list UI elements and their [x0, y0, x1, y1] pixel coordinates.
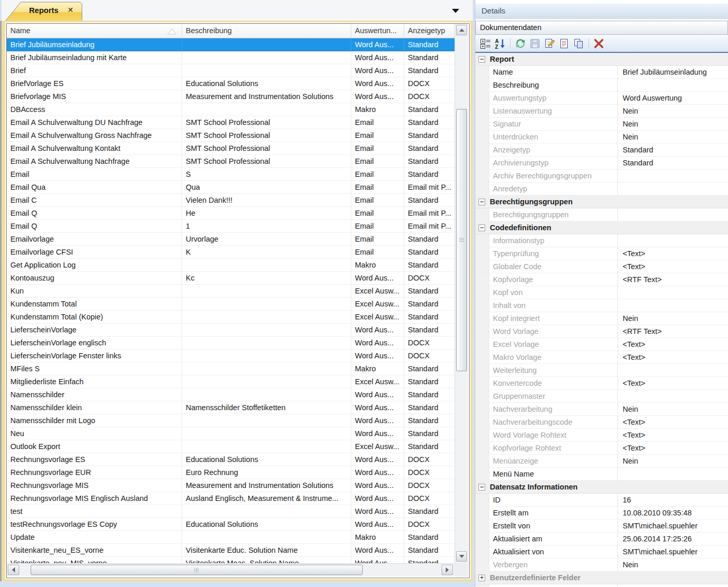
property-row[interactable]: Konvertercode<Text>	[475, 377, 728, 390]
table-row[interactable]: Email A Schulverwaltung KontaktSMT Schoo…	[7, 142, 455, 155]
property-row[interactable]: ArchivierungstypStandard	[475, 157, 728, 170]
property-value[interactable]: 16	[618, 494, 728, 506]
property-row[interactable]: Kopfvorlage Rohtext<Text>	[475, 442, 728, 455]
property-row[interactable]: ListenauswertungNein	[475, 105, 728, 118]
table-row[interactable]: Rechnungsvorlage MISMeasurement and Inst…	[7, 479, 455, 492]
table-row[interactable]: Email CVielen Dank!!!EmailStandard	[7, 194, 455, 207]
categorized-view-button[interactable]	[478, 37, 493, 50]
property-value[interactable]	[618, 79, 728, 91]
table-row[interactable]: Namensschilder kleinNamensschilder Stoff…	[7, 401, 455, 414]
property-row[interactable]: Informationstyp	[475, 234, 728, 247]
property-value[interactable]: Standard	[618, 144, 728, 156]
property-value[interactable]	[618, 286, 728, 299]
property-row[interactable]: VerbergenNein	[475, 558, 728, 571]
table-row[interactable]: EmailvorlageUrvorlageEmailStandard	[7, 233, 455, 246]
property-row[interactable]: Menü Name	[475, 468, 728, 481]
scroll-left-button[interactable]	[8, 565, 19, 575]
table-row[interactable]: Rechnungsvorlage MIS Englisch AuslandAus…	[7, 492, 455, 505]
property-value[interactable]: Nein	[618, 455, 728, 467]
table-row[interactable]: Email QHeEmailEmail mit P...	[7, 207, 455, 220]
table-row[interactable]: Email QuaQuaEmailEmail mit P...	[7, 181, 455, 194]
save-button[interactable]	[528, 37, 542, 50]
property-value[interactable]: <RTF Text>	[618, 273, 728, 286]
property-value[interactable]	[618, 170, 728, 182]
property-row[interactable]: Excel Vorlage<Text>	[475, 338, 728, 351]
property-row[interactable]: Inhalt von	[475, 299, 728, 312]
column-header-beschreibung[interactable]: Beschreibung	[182, 24, 351, 38]
property-row[interactable]: Archiv Berechtigungsgruppen	[475, 170, 728, 183]
dokumentendaten-header[interactable]: Dokumentendaten	[475, 21, 728, 35]
copy-button[interactable]	[571, 37, 586, 50]
property-row[interactable]: Erstellt vonSMT\michael.spuehler	[475, 520, 728, 533]
table-row[interactable]: UpdateMakroStandard	[7, 531, 455, 544]
table-row[interactable]: LieferscheinVorlageWord Aus...Standard	[7, 324, 455, 337]
scroll-up-button[interactable]	[456, 25, 467, 35]
property-value[interactable]: <Text>	[618, 260, 728, 273]
property-value[interactable]: <Text>	[618, 247, 728, 260]
property-value[interactable]: 10.08.2010 09:35:48	[618, 507, 728, 519]
collapse-icon[interactable]: −	[478, 199, 485, 205]
property-value[interactable]: <Text>	[618, 377, 728, 389]
property-row[interactable]: Aktualisiert vonSMT\michael.spuehler	[475, 546, 728, 558]
property-row[interactable]: Erstellt am10.08.2010 09:35:48	[475, 507, 728, 520]
document-button[interactable]	[557, 37, 571, 50]
table-row[interactable]: Visitenkarte_neu_MIS_vorneVisitenkarte M…	[7, 557, 455, 563]
edit-button[interactable]	[542, 37, 557, 50]
table-row[interactable]: NamensschilderWord Aus...Standard	[7, 388, 455, 401]
table-row[interactable]: Email A Schulverwaltung NachfrageSMT Sch…	[7, 155, 455, 168]
property-row[interactable]: Typenprüfung<Text>	[475, 247, 728, 260]
column-header-name[interactable]: Name	[7, 24, 182, 38]
property-row[interactable]: Berechtigungsgruppen	[475, 208, 728, 221]
property-value[interactable]: Brief Jubiläumseinladung	[618, 66, 728, 78]
collapse-icon[interactable]: −	[478, 225, 485, 231]
property-value[interactable]: <Text>	[618, 351, 728, 364]
property-value[interactable]: Standard	[618, 157, 728, 169]
property-row[interactable]: UnterdrückenNein	[475, 131, 728, 144]
tab-reports[interactable]: Reports ✕	[4, 2, 83, 21]
property-row[interactable]: Weiterleitung	[475, 364, 728, 377]
table-row[interactable]: MFiles SMakroStandard	[7, 362, 455, 375]
column-header-anzeigetyp[interactable]: Anzeigetyp	[404, 24, 455, 38]
table-row[interactable]: Outlook ExportExcel Ausw...Standard	[7, 440, 455, 453]
property-value[interactable]: Nein	[618, 312, 728, 325]
property-value[interactable]: <Text>	[618, 442, 728, 454]
refresh-button[interactable]	[513, 37, 528, 50]
property-value[interactable]: 25.06.2014 17:25:26	[618, 533, 728, 545]
table-row[interactable]: testRechnungsvorlage ES CopyEducational …	[7, 518, 455, 531]
property-value[interactable]: <Text>	[618, 429, 728, 441]
property-value[interactable]	[618, 390, 728, 402]
horizontal-scrollbar[interactable]	[7, 563, 455, 577]
property-row[interactable]: ID16	[475, 494, 728, 507]
table-row[interactable]: Briefvorlage MISMeasurement and Instrume…	[7, 90, 455, 103]
collapse-icon[interactable]: −	[478, 56, 485, 63]
table-row[interactable]: Email Q1EmailEmail mit P...	[7, 220, 455, 233]
table-row[interactable]: LieferscheinVorlage englischWord Aus...D…	[7, 337, 455, 350]
table-row[interactable]: BriefWord Aus...Standard	[7, 64, 455, 77]
property-row[interactable]: Aktualisiert am25.06.2014 17:25:26	[475, 533, 728, 546]
expand-icon[interactable]: +	[478, 575, 485, 581]
sort-alphabetical-button[interactable]: A Z	[493, 37, 507, 50]
table-row[interactable]: Mitgliederliste EinfachExcel Ausw...Stan…	[7, 375, 455, 388]
property-row[interactable]: Kopf integriertNein	[475, 312, 728, 325]
property-value[interactable]: Word Auswertung	[618, 92, 728, 104]
property-row[interactable]: Gruppenmaster	[475, 390, 728, 403]
property-value[interactable]: <RTF Text>	[618, 325, 728, 338]
property-row[interactable]: NachverarbeitungNein	[475, 403, 728, 416]
property-row[interactable]: Makro Vorlage<Text>	[475, 351, 728, 364]
property-row[interactable]: SignaturNein	[475, 118, 728, 131]
table-row[interactable]: EmailSEmailStandard	[7, 168, 455, 181]
table-row[interactable]: Email A Schulverwaltung DU NachfrageSMT …	[7, 116, 455, 129]
section-header[interactable]: −Codedefinitionen	[475, 221, 728, 234]
delete-button[interactable]	[592, 37, 606, 50]
property-value[interactable]: Nein	[618, 105, 728, 117]
property-value[interactable]	[618, 364, 728, 376]
property-row[interactable]: AnzeigetypStandard	[475, 144, 728, 157]
table-row[interactable]: Email A Schulverwaltung Gross NachfrageS…	[7, 129, 455, 142]
property-row[interactable]: Word Vorlage<RTF Text>	[475, 325, 728, 338]
table-row[interactable]: Get Application LogMakroStandard	[7, 259, 455, 272]
vertical-scrollbar[interactable]	[455, 24, 468, 563]
property-value[interactable]	[618, 208, 728, 221]
table-row[interactable]: Namensschilder mit LogoWord Aus...Standa…	[7, 414, 455, 427]
table-row[interactable]: KontoauszugKcWord Aus...DOCX	[7, 272, 455, 285]
table-row[interactable]: testWord Aus...Standard	[7, 505, 455, 518]
